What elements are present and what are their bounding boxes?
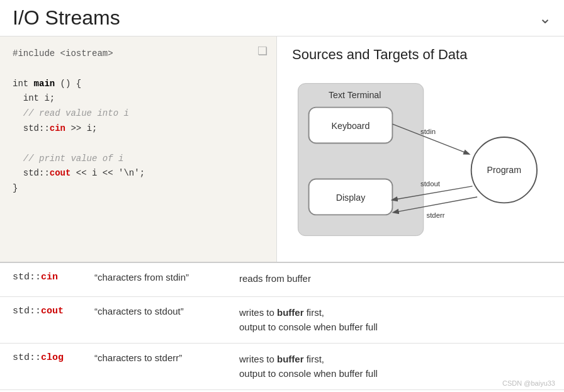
diagram-area: Text Terminal Keyboard Display Program s…: [292, 73, 549, 252]
svg-text:Keyboard: Keyboard: [332, 121, 370, 131]
cmd-cout: std::cout: [13, 306, 94, 316]
table-row: std::cout “characters to stdout” writes …: [0, 297, 564, 344]
svg-text:Program: Program: [487, 165, 522, 175]
svg-text:stdout: stdout: [420, 180, 441, 188]
cmd-clog: std::clog: [13, 352, 94, 363]
table-section: std::cin “characters from stdin” reads f…: [0, 262, 564, 392]
include-line: #include <iostream>: [13, 48, 113, 59]
desc-cout: “characters to stdout”: [94, 306, 239, 316]
copy-icon[interactable]: ❏: [257, 44, 268, 58]
watermark: CSDN @baiyu33: [502, 379, 555, 387]
code-panel: ❏ #include <iostream> int main () { int …: [0, 36, 277, 262]
detail-cin: reads from buffer: [239, 272, 551, 286]
desc-clog: “characters to stderr”: [94, 352, 239, 363]
chevron-down-icon[interactable]: ⌄: [539, 9, 551, 27]
code-block: #include <iostream> int main () { int i;…: [13, 47, 264, 196]
diagram-svg: Text Terminal Keyboard Display Program s…: [292, 73, 549, 249]
table-row: std::clog “characters to stderr” writes …: [0, 344, 564, 390]
top-section: ❏ #include <iostream> int main () { int …: [0, 36, 564, 262]
cmd-cin: std::cin: [13, 272, 94, 283]
diagram-title: Sources and Targets of Data: [292, 47, 549, 63]
svg-text:stdin: stdin: [420, 128, 436, 135]
diagram-panel: Sources and Targets of Data Text Termina…: [277, 36, 564, 262]
page-title: I/O Streams: [13, 6, 120, 30]
detail-cout: writes to buffer first,output to console…: [239, 306, 551, 334]
svg-text:stderr: stderr: [426, 211, 444, 219]
header: I/O Streams ⌄: [0, 0, 564, 36]
svg-text:Display: Display: [336, 193, 366, 203]
svg-text:Text Terminal: Text Terminal: [329, 90, 381, 100]
desc-cin: “characters from stdin”: [94, 272, 239, 283]
detail-clog: writes to buffer first,output to console…: [239, 352, 551, 381]
table-row: std::cin “characters from stdin” reads f…: [0, 263, 564, 297]
